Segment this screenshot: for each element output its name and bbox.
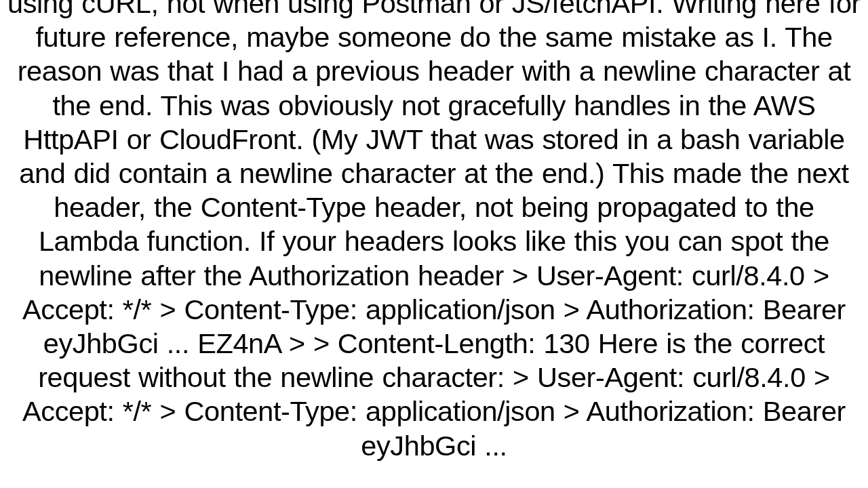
document-content: using cURL, not when using Postman or JS… <box>0 0 868 488</box>
body-paragraph: using cURL, not when using Postman or JS… <box>7 0 861 463</box>
